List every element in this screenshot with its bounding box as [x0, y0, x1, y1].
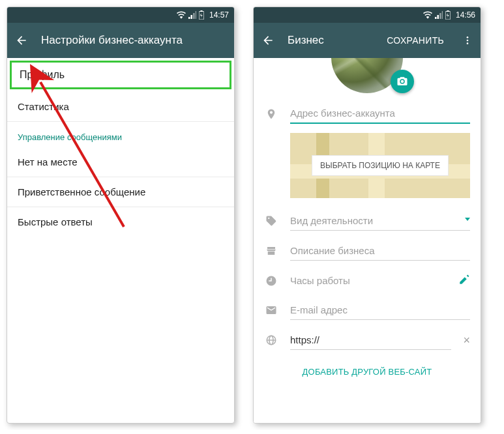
svg-rect-1 [200, 10, 202, 12]
list-item-stats[interactable]: Статистика [7, 92, 234, 122]
globe-icon [264, 334, 278, 346]
save-button[interactable]: СОХРАНИТЬ [387, 35, 444, 46]
map-preview[interactable]: ВЫБРАТЬ ПОЗИЦИЮ НА КАРТЕ [290, 133, 470, 198]
avatar-section [254, 58, 481, 98]
status-bar: 14:57 [7, 7, 234, 23]
section-label-messaging: Управление сообщениями [7, 122, 234, 147]
email-field[interactable]: E-mail адрес [290, 300, 470, 320]
row-hours: Часы работы [254, 266, 481, 295]
wifi-icon [177, 11, 186, 19]
hours-field[interactable]: Часы работы [290, 271, 447, 290]
profile-form: Адрес бизнес-аккаунта ВЫБРАТЬ ПОЗИЦИЮ НА… [254, 58, 481, 423]
list-item-away[interactable]: Нет на месте [7, 147, 234, 177]
row-website: https:// × [254, 325, 481, 355]
clear-icon[interactable]: × [463, 334, 470, 347]
back-icon[interactable] [261, 34, 274, 47]
clock-icon [264, 275, 278, 287]
camera-icon [396, 76, 408, 87]
row-email: E-mail адрес [254, 295, 481, 325]
settings-list: Профиль Статистика Управление сообщениям… [7, 58, 234, 237]
website-value: https:// [290, 334, 319, 345]
edit-icon[interactable] [458, 274, 470, 288]
appbar-title: Настройки бизнес-аккаунта [41, 34, 226, 47]
appbar-title: Бизнес [288, 34, 374, 47]
row-category: Вид деятельности [254, 206, 481, 236]
category-placeholder: Вид деятельности [290, 215, 373, 226]
store-icon [264, 245, 278, 257]
row-address: Адрес бизнес-аккаунта [254, 98, 481, 129]
app-bar: Бизнес СОХРАНИТЬ [254, 23, 481, 58]
tag-icon [264, 215, 278, 227]
chevron-down-icon [465, 218, 470, 221]
battery-icon [199, 10, 204, 20]
status-time: 14:56 [456, 10, 475, 20]
svg-rect-3 [447, 10, 449, 12]
list-item-quick-replies[interactable]: Быстрые ответы [7, 207, 234, 237]
row-description: Описание бизнеса [254, 236, 481, 266]
choose-map-position-button[interactable]: ВЫБРАТЬ ПОЗИЦИЮ НА КАРТЕ [312, 155, 449, 176]
battery-icon [445, 10, 451, 20]
website-field[interactable]: https:// [290, 330, 451, 350]
list-item-greeting[interactable]: Приветственное сообщение [7, 177, 234, 207]
location-icon [264, 108, 278, 120]
signal-icon [188, 11, 196, 19]
more-icon[interactable] [462, 35, 473, 46]
back-icon[interactable] [15, 34, 28, 47]
screenshot-canvas: 14:57 Настройки бизнес-аккаунта Профиль … [7, 7, 497, 424]
phone-right: 14:56 Бизнес СОХРАНИТЬ А [253, 7, 481, 424]
category-field[interactable]: Вид деятельности [290, 211, 470, 231]
svg-point-6 [467, 42, 469, 44]
address-field[interactable]: Адрес бизнес-аккаунта [290, 104, 470, 124]
highlighted-profile-item[interactable]: Профиль [10, 61, 231, 89]
camera-fab[interactable] [391, 70, 414, 93]
status-time: 14:57 [209, 10, 229, 20]
status-bar: 14:56 [254, 7, 481, 23]
phone-left: 14:57 Настройки бизнес-аккаунта Профиль … [7, 7, 235, 424]
signal-icon [435, 11, 443, 19]
svg-point-5 [467, 40, 469, 42]
svg-point-4 [467, 36, 469, 38]
app-bar: Настройки бизнес-аккаунта [7, 23, 234, 58]
add-website-button[interactable]: ДОБАВИТЬ ДРУГОЙ ВЕБ-САЙТ [254, 355, 481, 388]
wifi-icon [423, 11, 432, 19]
description-field[interactable]: Описание бизнеса [290, 241, 470, 261]
email-icon [264, 304, 278, 316]
